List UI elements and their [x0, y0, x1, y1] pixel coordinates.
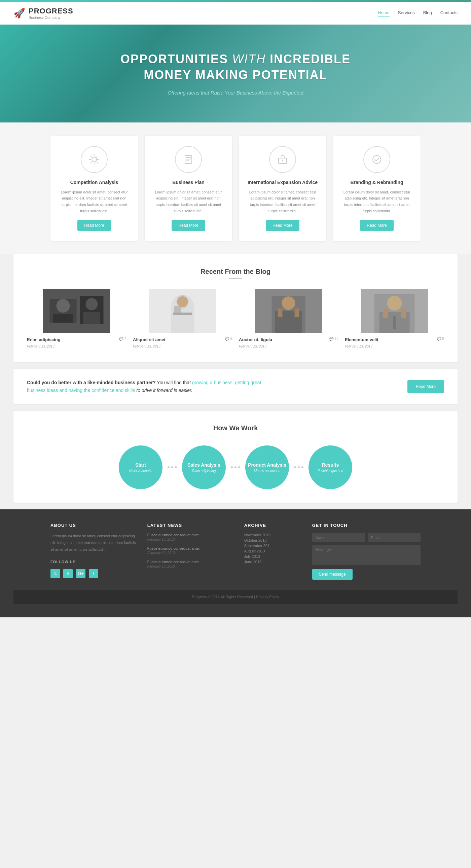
hero-title: OPPORTUNITIES with INCREDIBLE MONEY MAKI… [120, 52, 351, 83]
process-title-1: Sales Analysis [187, 462, 220, 468]
svg-point-17 [177, 297, 188, 307]
dot-0-0 [167, 466, 169, 468]
process-subtitle-0: Nulla venenatis [129, 469, 152, 473]
service-card-3: Branding & Rebranding Lorem ipsum dolor … [333, 136, 420, 241]
process-step-0: Start Nulla venenatis [119, 445, 162, 489]
news-title-1: Fusce euismod consequat ante. [147, 546, 234, 550]
svg-rect-29 [383, 309, 388, 318]
footer-bottom: Progress © 2014 All Rights Reserved | Pr… [13, 590, 458, 604]
news-item-1: Fusce euismod consequat ante. February 1… [147, 546, 234, 555]
contact-email-input[interactable] [368, 533, 420, 542]
footer-privacy-link[interactable]: Privacy Policy [256, 595, 279, 599]
cta-btn[interactable]: Read More [407, 380, 444, 393]
archive-link-1[interactable]: October 2013 [244, 538, 302, 542]
service-title-2: International Expansion Advice [246, 180, 320, 185]
footer-about-heading: ABOUT US [51, 523, 137, 528]
logo: 🚀 PROGRESS Business Company [13, 7, 73, 20]
dot-2-0 [294, 466, 296, 468]
twitter-icon[interactable]: 𝕏 [51, 569, 60, 578]
dot-0-1 [171, 466, 173, 468]
service-btn-1[interactable]: Read More [171, 220, 205, 231]
service-btn-3[interactable]: Read More [360, 220, 393, 231]
blog-meta-2: Auctor ut, ligula February 13, 2013 💬 11 [239, 337, 338, 348]
dot-1-2 [238, 466, 240, 468]
comment-icon-0: 💬 [119, 337, 123, 341]
blog-comments-1: 💬 9 [225, 337, 232, 341]
service-title-1: Business Plan [151, 180, 225, 185]
nav-contacts[interactable]: Contacts [440, 10, 458, 17]
svg-rect-24 [295, 309, 300, 317]
social-icons: 𝕏 S G+ f [51, 569, 137, 578]
service-icon-2 [269, 146, 296, 173]
contact-name-input[interactable] [312, 533, 365, 542]
dot-1-1 [234, 466, 237, 468]
service-btn-0[interactable]: Read More [77, 220, 111, 231]
nav-blog[interactable]: Blog [423, 10, 432, 17]
footer: ABOUT US Lorem ipsum dolor sit amet, con… [0, 509, 471, 617]
blog-date-0: February 13, 2013 [27, 344, 55, 348]
blog-comments-0: 💬 2 [119, 337, 126, 341]
footer-contact-heading: GET IN TOUCH [312, 523, 420, 528]
blog-title-0: Enim adipiscing [27, 337, 61, 342]
blog-card-2: Auctor ut, ligula February 13, 2013 💬 11 [239, 289, 338, 348]
how-we-work-section: How We Work Start Nulla venenatis Sales … [13, 411, 458, 503]
svg-point-4 [373, 155, 381, 163]
blog-section: Recent From the Blog Enim adipiscing Feb… [13, 254, 458, 362]
process-title-2: Product Analysis [248, 462, 286, 468]
cta-bold: Could you do better with a like-minded b… [27, 380, 156, 385]
svg-rect-23 [278, 309, 283, 317]
archive-link-2[interactable]: September 201 [244, 544, 302, 548]
hero-sub-highlight: Raise Your Business [211, 90, 257, 96]
process-step-3: Results Pellentesque sed [309, 445, 352, 489]
service-btn-2[interactable]: Read More [266, 220, 299, 231]
svg-rect-15 [171, 313, 194, 333]
process-dots-1 [231, 466, 240, 468]
contact-message-input[interactable] [312, 545, 420, 565]
footer-about: ABOUT US Lorem ipsum dolor sit amet, con… [51, 523, 137, 580]
service-desc-0: Lorem ipsum dolor sit amet, consect etur… [57, 189, 131, 214]
blog-comments-2: 💬 11 [329, 337, 338, 341]
footer-copyright: Progress © 2014 All Rights Reserved [192, 595, 253, 599]
footer-about-text: Lorem ipsum dolor sit amet, consect etur… [51, 533, 137, 553]
process-row: Start Nulla venenatis Sales Analysis Dia… [27, 445, 444, 489]
service-icon-3 [363, 146, 390, 173]
service-desc-2: Lorem ipsum dolor sit amet, consect etur… [246, 189, 320, 214]
facebook-icon[interactable]: f [89, 569, 98, 578]
dot-1-0 [231, 466, 233, 468]
news-item-0: Fusce euismod consequat ante. February 1… [147, 533, 234, 541]
process-subtitle-3: Pellentesque sed [318, 469, 344, 473]
hero-title-line1: OPPORTUNITIES with INCREDIBLE [120, 52, 351, 66]
blog-date-3: February 13, 2013 [345, 344, 372, 348]
nav-home[interactable]: Home [378, 10, 389, 17]
news-date-0: February 13, 2013 [147, 538, 234, 541]
process-title-0: Start [135, 462, 146, 468]
service-card-1: Business Plan Lorem ipsum dolor sit amet… [145, 136, 232, 241]
process-dots-2 [294, 466, 304, 468]
footer-archive-heading: ARCHIVE [244, 523, 302, 528]
blog-card-1: Aliquet sit amet February 13, 2013 💬 9 [133, 289, 232, 348]
footer-news: LATEST NEWS Fusce euismod consequat ante… [147, 523, 234, 580]
service-card-0: Competition Analysis Lorem ipsum dolor s… [51, 136, 138, 241]
footer-contact: GET IN TOUCH Send message [312, 523, 420, 580]
how-section-divider [229, 435, 242, 435]
blog-section-divider [229, 278, 242, 279]
hero-sub-text2: Above the Expected [257, 90, 304, 96]
service-desc-3: Lorem ipsum dolor sit amet, consect etur… [340, 189, 414, 214]
blog-grid: Enim adipiscing February 13, 2013 💬 2 [27, 289, 444, 348]
archive-link-0[interactable]: November 2013 [244, 533, 302, 537]
blog-meta-0: Enim adipiscing February 13, 2013 💬 2 [27, 337, 126, 348]
nav-services[interactable]: Services [398, 10, 415, 17]
skype-icon[interactable]: S [63, 569, 73, 578]
hero-sub-text1: Offering Ideas that [167, 90, 211, 96]
archive-link-3[interactable]: August 2013 [244, 549, 302, 553]
comment-icon-1: 💬 [225, 337, 229, 341]
contact-send-btn[interactable]: Send message [312, 569, 353, 580]
blog-section-title: Recent From the Blog [27, 268, 444, 276]
archive-link-5[interactable]: June 2013 [244, 560, 302, 564]
blog-card-0: Enim adipiscing February 13, 2013 💬 2 [27, 289, 126, 348]
google-plus-icon[interactable]: G+ [76, 569, 86, 578]
company-name: PROGRESS [29, 7, 73, 16]
hero-title-line2: MONEY MAKING POTENTIAL [144, 68, 327, 82]
archive-link-4[interactable]: July 2013 [244, 554, 302, 558]
service-card-2: International Expansion Advice Lorem ips… [239, 136, 326, 241]
